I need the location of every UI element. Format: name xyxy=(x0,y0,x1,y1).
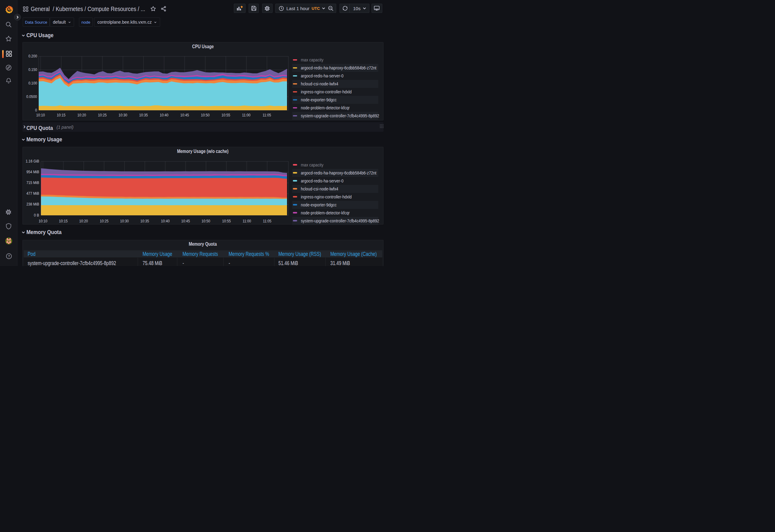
svg-text:?: ? xyxy=(8,254,10,258)
